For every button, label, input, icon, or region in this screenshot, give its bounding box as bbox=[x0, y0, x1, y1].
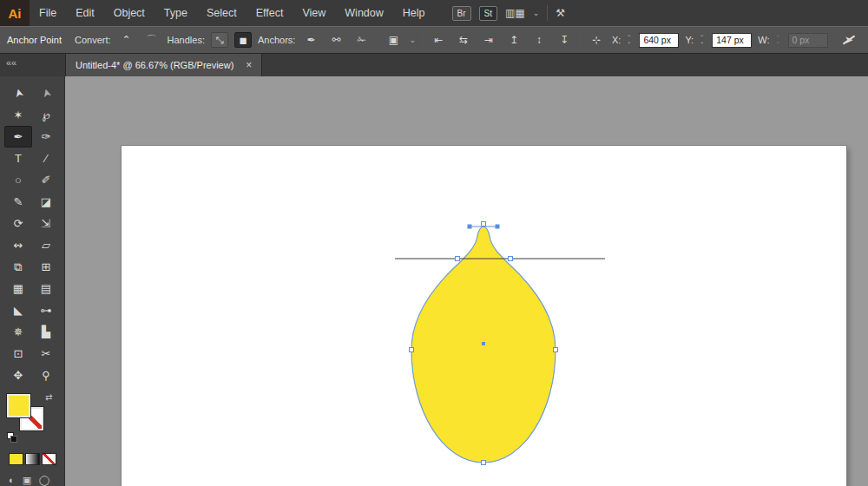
x-input[interactable]: 640 px bbox=[639, 33, 679, 48]
anchor-point-center[interactable] bbox=[482, 342, 485, 345]
app-logo: Ai bbox=[0, 0, 30, 26]
brushes-button[interactable]: Br bbox=[452, 6, 471, 21]
width-tool[interactable]: ↭ bbox=[4, 234, 32, 256]
pen-tool[interactable]: ✒ bbox=[4, 126, 32, 148]
align-center-horizontal-button[interactable]: ⇆ bbox=[454, 31, 473, 49]
anchor-point-hollow[interactable] bbox=[482, 222, 486, 227]
scale-tool[interactable]: ⇲ bbox=[32, 213, 60, 234]
menu-extras: Br St ▥▦ ⌄ ⚒ bbox=[452, 5, 565, 21]
ellipse-tool[interactable]: ○ bbox=[4, 169, 32, 191]
rotate-tool[interactable]: ⟳ bbox=[4, 213, 32, 234]
draw-normal-mode-button[interactable]: ◐ bbox=[9, 475, 15, 486]
swap-fill-stroke-icon[interactable]: ⇄ bbox=[45, 392, 52, 402]
blend-tool[interactable]: ⊶ bbox=[32, 299, 60, 321]
align-top-button[interactable]: ↥ bbox=[504, 31, 523, 49]
select-similar-caret-icon[interactable]: ⌄ bbox=[409, 36, 416, 44]
menu-item-type[interactable]: Type bbox=[155, 0, 197, 26]
menu-item-object[interactable]: Object bbox=[104, 0, 155, 26]
type-tool[interactable]: T bbox=[4, 148, 32, 169]
y-stepper[interactable]: ⌃⌄ bbox=[700, 36, 704, 44]
artboard-tool[interactable]: ⊡ bbox=[4, 343, 32, 364]
slice-tool[interactable]: ✂ bbox=[32, 343, 60, 364]
menu-item-help[interactable]: Help bbox=[393, 0, 435, 26]
line-segment-tool[interactable]: ∕ bbox=[32, 148, 60, 169]
anchor-point-solid[interactable] bbox=[496, 225, 500, 229]
menu-item-select[interactable]: Select bbox=[197, 0, 247, 26]
tool-grid: ➤➤✶℘✒✑T∕○✐✎◪⟳⇲↭▱⧉⊞▦▤◣⊶✵▙⊡✂✥⚲ bbox=[0, 76, 64, 386]
draw-behind-mode-button[interactable]: ▣ bbox=[23, 475, 31, 486]
selection-tool-icon: ➤ bbox=[10, 87, 25, 99]
gradient-tool[interactable]: ▤ bbox=[32, 278, 60, 299]
modes-row: ◐▣◯ bbox=[9, 475, 64, 486]
default-fill-stroke-icon[interactable] bbox=[7, 432, 19, 443]
x-stepper[interactable]: ⌃⌄ bbox=[627, 36, 631, 44]
show-handles-button[interactable]: ⤡ bbox=[211, 32, 228, 48]
anchor-point-hollow[interactable] bbox=[456, 257, 460, 261]
convert-smooth-button[interactable]: ⌒ bbox=[142, 31, 161, 49]
none-button[interactable] bbox=[42, 453, 56, 465]
lasso-tool[interactable]: ℘ bbox=[32, 104, 60, 126]
gradient-tool-icon: ▤ bbox=[41, 282, 51, 295]
tool-panel: ➤➤✶℘✒✑T∕○✐✎◪⟳⇲↭▱⧉⊞▦▤◣⊶✵▙⊡✂✥⚲ ⇄ ◐▣◯ bbox=[0, 76, 65, 486]
document-tab[interactable]: Untitled-4* @ 66.67% (RGB/Preview) × bbox=[65, 54, 262, 76]
color-button[interactable] bbox=[9, 453, 23, 465]
magic-wand-tool[interactable]: ✶ bbox=[4, 104, 32, 126]
screen-mode-button[interactable]: ◯ bbox=[39, 475, 49, 486]
collapse-panels-icon[interactable]: «« bbox=[6, 57, 16, 68]
document-tab-title: Untitled-4* @ 66.67% (RGB/Preview) bbox=[76, 60, 233, 70]
connect-anchors-button[interactable]: ⚯ bbox=[326, 31, 345, 49]
no-constrain-icon: ➤ bbox=[840, 33, 858, 47]
free-transform-tool[interactable]: ▱ bbox=[32, 234, 60, 256]
paintbrush-tool-icon: ✐ bbox=[42, 174, 51, 187]
anchor-point-hollow[interactable] bbox=[410, 348, 414, 352]
arrange-documents-icon[interactable]: ▥▦ bbox=[505, 7, 525, 19]
workspace-switcher-icon[interactable]: ⚒ bbox=[556, 7, 565, 19]
select-similar-button[interactable]: ▣ bbox=[384, 31, 403, 49]
anchor-point-solid[interactable] bbox=[468, 225, 472, 229]
menu-item-view[interactable]: View bbox=[293, 0, 335, 26]
selection-tool[interactable]: ➤ bbox=[4, 82, 32, 104]
graphic-styles-button[interactable]: St bbox=[479, 6, 497, 21]
mesh-tool[interactable]: ▦ bbox=[4, 278, 32, 299]
remove-anchor-button[interactable]: ✒ bbox=[301, 31, 320, 49]
align-left-button[interactable]: ⇤ bbox=[429, 31, 448, 49]
align-bottom-button[interactable]: ↧ bbox=[555, 31, 574, 49]
pencil-tool[interactable]: ✎ bbox=[4, 191, 32, 213]
document-stage[interactable] bbox=[65, 76, 868, 486]
anchor-point-hollow[interactable] bbox=[554, 348, 558, 352]
anchor-point-hollow[interactable] bbox=[509, 257, 513, 261]
arrange-documents-caret-icon[interactable]: ⌄ bbox=[533, 9, 540, 17]
hand-tool[interactable]: ✥ bbox=[4, 364, 32, 386]
control-bar: Anchor Point Convert: ⌃ ⌒ Handles: ⤡ ◼ A… bbox=[0, 26, 868, 54]
paintbrush-tool[interactable]: ✐ bbox=[32, 169, 60, 191]
y-input[interactable]: 147 px bbox=[712, 33, 752, 48]
transform-reference-icon[interactable]: ⊹ bbox=[587, 31, 606, 49]
column-graph-tool[interactable]: ▙ bbox=[32, 321, 60, 343]
gradient-button[interactable] bbox=[25, 453, 40, 465]
align-right-button[interactable]: ⇥ bbox=[479, 31, 498, 49]
menu-item-window[interactable]: Window bbox=[335, 0, 392, 26]
menu-item-file[interactable]: File bbox=[30, 0, 66, 26]
hide-handles-button[interactable]: ◼ bbox=[234, 32, 252, 48]
fill-swatch[interactable] bbox=[7, 394, 30, 417]
menu-item-effect[interactable]: Effect bbox=[247, 0, 293, 26]
perspective-grid-tool[interactable]: ⊞ bbox=[32, 256, 60, 278]
eyedropper-tool[interactable]: ◣ bbox=[4, 299, 32, 321]
cut-path-button[interactable]: ✁ bbox=[352, 31, 371, 49]
x-label: X: bbox=[612, 35, 621, 45]
eraser-tool[interactable]: ◪ bbox=[32, 191, 60, 213]
symbol-sprayer-tool[interactable]: ✵ bbox=[4, 321, 32, 343]
tab-close-icon[interactable]: × bbox=[246, 59, 252, 71]
handles-label: Handles: bbox=[168, 35, 205, 45]
convert-corner-button[interactable]: ⌃ bbox=[117, 31, 136, 49]
shape-builder-tool[interactable]: ⧉ bbox=[4, 256, 32, 278]
anchors-label: Anchors: bbox=[258, 35, 295, 45]
curvature-tool[interactable]: ✑ bbox=[32, 126, 60, 148]
direct-selection-tool[interactable]: ➤ bbox=[32, 82, 60, 104]
menu-item-edit[interactable]: Edit bbox=[66, 0, 104, 26]
anchor-point-hollow[interactable] bbox=[482, 461, 486, 465]
align-middle-vertical-button[interactable]: ↕ bbox=[529, 31, 549, 49]
pencil-tool-icon: ✎ bbox=[14, 195, 23, 208]
zoom-tool[interactable]: ⚲ bbox=[32, 364, 60, 386]
canvas-area[interactable] bbox=[65, 76, 868, 486]
